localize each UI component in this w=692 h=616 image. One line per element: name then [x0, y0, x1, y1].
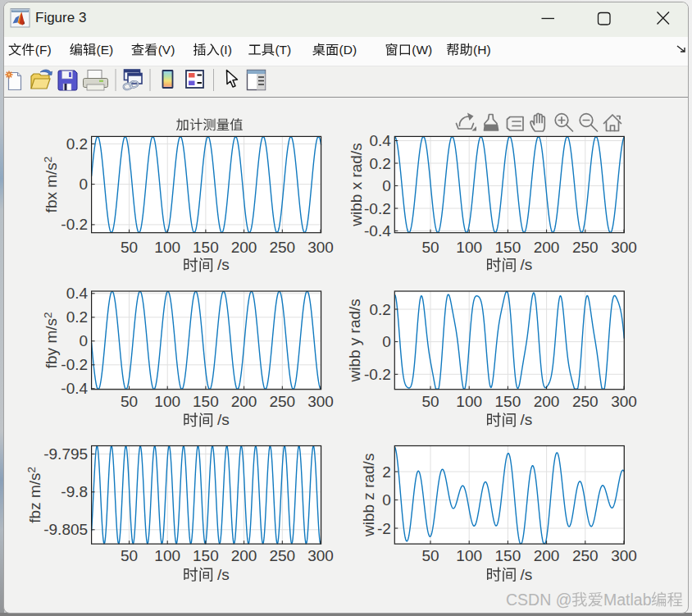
svg-text:0.4: 0.4	[66, 285, 89, 302]
svg-text:/s: /s	[217, 566, 230, 583]
svg-text:250: 250	[269, 239, 295, 256]
svg-text:0.2: 0.2	[369, 155, 390, 172]
svg-text:0.2: 0.2	[66, 135, 88, 153]
svg-text:200: 200	[534, 393, 560, 410]
svg-text:150: 150	[193, 393, 219, 410]
svg-text:250: 250	[572, 239, 599, 256]
svg-text:100: 100	[154, 547, 180, 564]
svg-text:150: 150	[193, 239, 219, 256]
svg-text:wibb z rad/s: wibb z rad/s	[360, 454, 377, 537]
svg-text:100: 100	[456, 393, 482, 410]
svg-text:-2: -2	[377, 520, 391, 537]
svg-text:50: 50	[421, 239, 439, 256]
svg-text:200: 200	[231, 239, 257, 256]
svg-text:CSDN @: CSDN @	[506, 591, 571, 609]
svg-text:300: 300	[611, 393, 637, 410]
svg-text:/s: /s	[521, 256, 533, 273]
svg-text:/s: /s	[217, 256, 230, 273]
svg-text:150: 150	[495, 547, 521, 564]
svg-text:250: 250	[572, 547, 599, 564]
svg-text:50: 50	[421, 393, 439, 410]
svg-text:300: 300	[611, 239, 637, 256]
svg-text:wibb y rad/s: wibb y rad/s	[346, 299, 363, 382]
svg-text:100: 100	[154, 239, 180, 256]
svg-text:-0.2: -0.2	[364, 200, 391, 217]
svg-text:(V): (V)	[158, 43, 175, 57]
svg-text:-9.795: -9.795	[43, 445, 88, 463]
svg-text:50: 50	[121, 239, 138, 256]
svg-text:300: 300	[307, 393, 334, 410]
svg-text:/s: /s	[521, 411, 533, 428]
svg-text:200: 200	[231, 393, 257, 410]
svg-text:(W): (W)	[412, 43, 432, 57]
svg-text:0: 0	[80, 176, 89, 193]
svg-text:(E): (E)	[97, 43, 114, 57]
svg-text:(F): (F)	[35, 43, 52, 57]
svg-text:100: 100	[456, 547, 482, 564]
svg-text:150: 150	[495, 393, 521, 410]
svg-text:100: 100	[456, 239, 482, 256]
svg-text:200: 200	[534, 547, 560, 564]
svg-text:100: 100	[154, 393, 180, 410]
svg-text:300: 300	[307, 239, 334, 256]
svg-text:0: 0	[382, 177, 391, 194]
svg-text:(I): (I)	[220, 43, 232, 57]
svg-text:50: 50	[121, 547, 138, 564]
svg-text:fbx m/s2: fbx m/s2	[42, 157, 61, 213]
svg-text:0.2: 0.2	[369, 301, 390, 318]
svg-text:200: 200	[231, 547, 257, 564]
svg-text:fbz m/s2: fbz m/s2	[25, 467, 44, 523]
svg-text:0: 0	[382, 491, 391, 509]
svg-text:300: 300	[307, 547, 334, 564]
svg-text:250: 250	[269, 393, 295, 410]
svg-text:-0.4: -0.4	[364, 222, 391, 240]
svg-text:-9.805: -9.805	[43, 521, 88, 538]
svg-text:300: 300	[611, 547, 637, 564]
svg-text:wibb x rad/s: wibb x rad/s	[348, 143, 365, 226]
svg-text:(T): (T)	[275, 43, 291, 57]
svg-text:0.4: 0.4	[369, 132, 391, 149]
svg-text:/s: /s	[217, 411, 230, 428]
svg-text:200: 200	[534, 239, 560, 256]
svg-text:-0.2: -0.2	[61, 216, 88, 233]
svg-text:-9.8: -9.8	[61, 483, 88, 500]
svg-text:-0.2: -0.2	[364, 366, 391, 383]
svg-text:150: 150	[495, 239, 521, 256]
svg-text:2: 2	[382, 463, 391, 481]
svg-text:/s: /s	[521, 566, 533, 583]
svg-text:Figure 3: Figure 3	[35, 10, 86, 25]
svg-text:0: 0	[80, 332, 89, 349]
svg-text:0.2: 0.2	[66, 308, 88, 326]
svg-text:50: 50	[121, 393, 138, 410]
svg-text:fby m/s2: fby m/s2	[42, 312, 61, 368]
svg-text:250: 250	[269, 547, 295, 564]
svg-text:50: 50	[421, 547, 439, 564]
svg-text:0: 0	[382, 333, 391, 350]
svg-text:-0.2: -0.2	[61, 356, 88, 373]
svg-text:Matlab: Matlab	[603, 591, 652, 609]
svg-text:(H): (H)	[473, 43, 491, 57]
svg-text:-0.4: -0.4	[61, 380, 88, 397]
svg-text:150: 150	[193, 547, 219, 564]
svg-text:(D): (D)	[339, 43, 357, 57]
svg-text:250: 250	[572, 393, 599, 410]
